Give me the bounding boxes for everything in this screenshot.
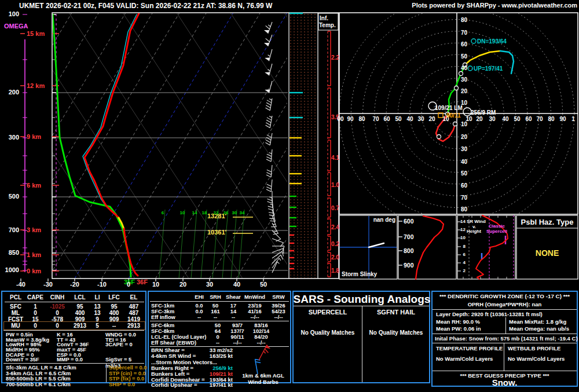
hodo-y-tick-label: 50 — [461, 54, 467, 60]
index-value: PW = 0.5in — [6, 332, 57, 337]
wind-barb — [272, 248, 284, 254]
mu-row-highlight — [3, 321, 145, 330]
hodo-y-tick-label: 40 — [461, 159, 467, 165]
srwind-tick-label: 10 — [460, 236, 466, 240]
isotherm — [210, 13, 368, 279]
wind-barb — [265, 64, 272, 75]
wind-barb — [272, 262, 279, 273]
wind-barb — [272, 246, 284, 251]
temp-axis-label: 20 — [179, 281, 186, 288]
dgz-mean-pw: Mean PW: 0.06 in — [436, 326, 481, 332]
slinky-degrees-value: nan deg — [373, 217, 395, 223]
divider — [433, 343, 577, 343]
pcl-cell: 13 — [90, 303, 104, 310]
mixing-ratio-line — [231, 210, 237, 279]
temperature-curve-low — [124, 229, 138, 276]
index-value: ConvT = 36F — [57, 342, 105, 347]
isotherm — [0, 13, 45, 279]
mixing-ratio-line — [179, 210, 185, 279]
hodo-y-tick-label: 40 — [461, 65, 467, 71]
temp-axis-label: 30 — [206, 281, 213, 288]
dry-adiabat — [15, 13, 189, 279]
height-tick-label: 0 km — [27, 268, 41, 274]
kinematics-cell: 14 — [224, 309, 243, 314]
temp-axis-label: -20 — [70, 281, 79, 288]
isotherm — [236, 13, 395, 279]
pressure-tick-label: 300 — [9, 134, 19, 141]
mixing-ratio-label: 18 — [202, 211, 207, 215]
dry-adiabat — [177, 13, 350, 279]
index-value: TT = 43 — [57, 337, 105, 342]
kinematics-cell: 0.0 — [192, 309, 207, 314]
dry-adiabat — [69, 13, 243, 279]
mixing-ratio-line — [222, 210, 228, 279]
kinematics-cell: 50 — [207, 303, 224, 309]
inf-temp-value: 0.7 — [331, 206, 339, 211]
index-value: TEI = 16 — [105, 337, 145, 342]
wetbulb-curve — [83, 14, 137, 218]
hodo-x-tick-label: 60 — [383, 116, 390, 122]
wind-barb — [267, 191, 272, 203]
kinematics-header-cell: SRH — [207, 294, 224, 300]
temp-axis-label: -40 — [16, 281, 25, 288]
hodo-x-tick-label: 90 — [559, 116, 566, 122]
pcl-header-cell: CAPE — [25, 294, 45, 301]
stp-value: SHIP = 0.0 — [109, 382, 135, 387]
sharppy-sounding-page: UKMET 2026-02-21 00z, F045 VALID: Sun 20… — [0, 0, 579, 392]
inf-temp-value: 4.1 — [331, 155, 339, 161]
pcl-cell: 1 — [25, 303, 45, 310]
srwind-tick-label: 8 — [463, 244, 466, 249]
wind-barb — [266, 116, 272, 128]
pcl-cell: 13 — [90, 310, 104, 316]
pcl-cell: 487 — [124, 310, 144, 316]
kinematics-cell: 137/7 — [225, 328, 250, 334]
dgz-oprh: OPRH (Omega*PW*RH): nan — [433, 302, 577, 307]
height-tick-label: 9 km — [27, 134, 41, 140]
pressure-tick-label: 500 — [9, 193, 19, 200]
storm-motion-label: DN=193/64 — [477, 39, 507, 45]
hazard-value: NONE — [536, 249, 559, 257]
kinematics-cell: SFC-1km — [151, 303, 192, 309]
omega-axis-label: OMEGA — [4, 23, 28, 30]
dry-adiabat — [123, 13, 296, 279]
srwind-tick-label: 2 — [463, 269, 466, 273]
temp-axis-label: 0 — [127, 281, 130, 288]
divider — [362, 306, 362, 382]
hodo-x-tick-label: 30 — [417, 116, 424, 122]
mixing-ratio-label: 14 — [192, 211, 197, 215]
inf-temp-value: 1.8 — [331, 268, 339, 274]
thermodynamic-panel: PCLCAPECINHLCLLILFCEL SFC1-1025951395487… — [1, 291, 146, 383]
thetae-curve — [416, 216, 444, 279]
isotherm — [129, 13, 287, 279]
wind-barb — [271, 215, 276, 227]
thetae-tick-label: 800 — [404, 248, 414, 254]
kinematics-cell: --/-- — [243, 314, 267, 320]
hodo-x-tick-label: 60 — [525, 116, 532, 122]
hodo-x-tick-label: 40 — [406, 116, 413, 122]
dry-adiabat — [392, 13, 566, 279]
isotherm — [21, 13, 179, 279]
inf-temp-label-line2: Temp. — [319, 23, 336, 28]
dry-adiabat — [0, 13, 81, 279]
pcl-cell: 0 — [45, 310, 69, 316]
thetae-tick-label: 900 — [404, 262, 414, 269]
indices-table: PW = 0.5inK = 16WNDG = 0.0MeanW = 3.8g/k… — [6, 332, 145, 362]
kinematics-cell: SFC-3km — [151, 309, 192, 314]
temp-axis-label: -10 — [97, 281, 107, 288]
kinematics-cell: SFC-8km — [151, 328, 210, 334]
hodo-y-tick-label: 80 — [461, 17, 467, 23]
temp-axis-label: 40 — [233, 281, 240, 288]
isotherm — [0, 13, 99, 279]
winter-precip-panel: *** DENDRITIC GROWTH ZONE (-12 TO -17 C)… — [431, 291, 578, 387]
isotherm — [156, 13, 314, 279]
kinematics-cell: 54/23 — [267, 309, 290, 314]
kinematics-cell: --/-- — [267, 314, 290, 320]
kinematics-cell: 23/19 — [243, 303, 267, 309]
dgz-mean-omega: Mean Omega: nan ub/s — [509, 326, 569, 332]
srwind-tick-label: 12 — [460, 228, 466, 232]
kinematics-cell: 83/16 — [250, 323, 273, 328]
kinematics-cell: -- — [210, 340, 225, 346]
sars-hail-matches: No Quality Matches — [363, 330, 429, 336]
mixing-ratio-line — [201, 210, 207, 279]
lapse-rate-value: 700-500mb LR = 6.1 C/km — [6, 382, 71, 387]
